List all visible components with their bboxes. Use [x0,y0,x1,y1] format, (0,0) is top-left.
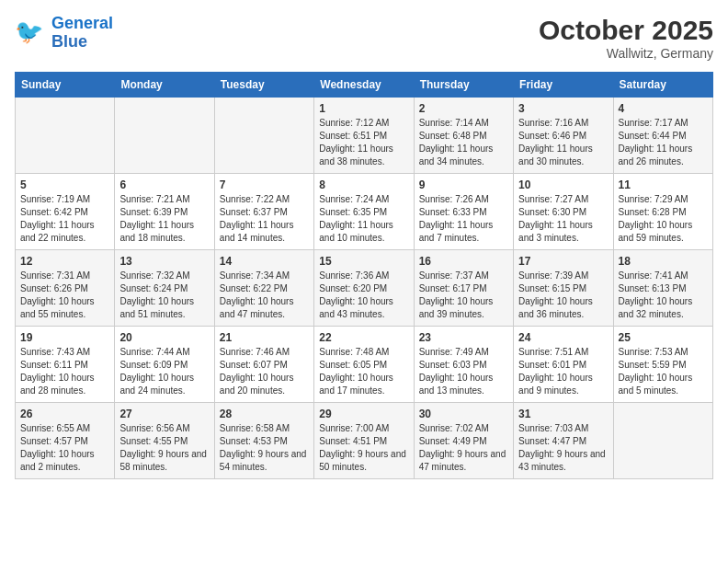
logo-text: General Blue [51,15,113,52]
day-info: Sunrise: 7:46 AM Sunset: 6:07 PM Dayligh… [220,346,309,397]
day-cell [16,98,115,174]
calendar-table: SundayMondayTuesdayWednesdayThursdayFrid… [15,72,713,479]
day-number: 21 [220,331,309,344]
day-cell: 10Sunrise: 7:27 AM Sunset: 6:30 PM Dayli… [514,174,613,250]
day-info: Sunrise: 7:29 AM Sunset: 6:28 PM Dayligh… [619,193,708,245]
day-info: Sunrise: 7:02 AM Sunset: 4:49 PM Dayligh… [419,422,508,474]
day-cell: 16Sunrise: 7:37 AM Sunset: 6:17 PM Dayli… [414,250,513,327]
day-number: 9 [419,178,508,191]
day-cell: 6Sunrise: 7:21 AM Sunset: 6:39 PM Daylig… [115,174,214,250]
day-cell: 15Sunrise: 7:36 AM Sunset: 6:20 PM Dayli… [314,250,414,327]
day-cell: 22Sunrise: 7:48 AM Sunset: 6:05 PM Dayli… [314,327,414,403]
day-info: Sunrise: 7:16 AM Sunset: 6:46 PM Dayligh… [518,117,608,168]
column-header-saturday: Saturday [613,73,712,98]
day-cell: 4Sunrise: 7:17 AM Sunset: 6:44 PM Daylig… [613,98,712,174]
day-number: 26 [20,408,109,420]
day-cell: 28Sunrise: 6:58 AM Sunset: 4:53 PM Dayli… [214,403,313,479]
day-number: 13 [119,255,209,268]
day-info: Sunrise: 7:26 AM Sunset: 6:33 PM Dayligh… [419,193,508,245]
day-cell: 18Sunrise: 7:41 AM Sunset: 6:13 PM Dayli… [613,250,712,327]
day-cell: 24Sunrise: 7:51 AM Sunset: 6:01 PM Dayli… [514,327,613,403]
day-cell: 25Sunrise: 7:53 AM Sunset: 5:59 PM Dayli… [613,327,712,403]
day-info: Sunrise: 7:51 AM Sunset: 6:01 PM Dayligh… [518,346,608,397]
day-number: 23 [419,331,508,344]
week-row-2: 5Sunrise: 7:19 AM Sunset: 6:42 PM Daylig… [16,174,713,250]
month-title: October 2025 [539,15,713,46]
column-header-thursday: Thursday [414,73,513,98]
day-info: Sunrise: 7:00 AM Sunset: 4:51 PM Dayligh… [319,422,408,474]
day-cell: 7Sunrise: 7:22 AM Sunset: 6:37 PM Daylig… [214,174,313,250]
svg-text:🐦: 🐦 [15,17,44,46]
day-number: 11 [619,178,708,191]
column-header-monday: Monday [115,73,214,98]
day-cell: 13Sunrise: 7:32 AM Sunset: 6:24 PM Dayli… [115,250,214,327]
day-number: 3 [518,102,608,115]
logo-general: General [51,14,113,32]
day-cell: 12Sunrise: 7:31 AM Sunset: 6:26 PM Dayli… [16,250,115,327]
day-info: Sunrise: 6:56 AM Sunset: 4:55 PM Dayligh… [119,422,209,474]
day-number: 20 [119,331,209,344]
day-info: Sunrise: 7:36 AM Sunset: 6:20 PM Dayligh… [319,270,408,321]
day-info: Sunrise: 7:19 AM Sunset: 6:42 PM Dayligh… [20,193,109,245]
column-header-tuesday: Tuesday [214,73,313,98]
day-cell: 14Sunrise: 7:34 AM Sunset: 6:22 PM Dayli… [214,250,313,327]
week-row-3: 12Sunrise: 7:31 AM Sunset: 6:26 PM Dayli… [16,250,713,327]
day-cell: 1Sunrise: 7:12 AM Sunset: 6:51 PM Daylig… [314,98,414,174]
column-header-wednesday: Wednesday [314,73,414,98]
day-info: Sunrise: 7:31 AM Sunset: 6:26 PM Dayligh… [20,270,109,321]
day-number: 28 [220,408,309,420]
day-number: 4 [619,102,708,115]
day-info: Sunrise: 7:32 AM Sunset: 6:24 PM Dayligh… [119,270,209,321]
column-header-friday: Friday [514,73,613,98]
day-number: 6 [119,178,209,191]
day-info: Sunrise: 6:58 AM Sunset: 4:53 PM Dayligh… [220,422,309,474]
day-info: Sunrise: 7:22 AM Sunset: 6:37 PM Dayligh… [220,193,309,245]
logo-icon: 🐦 [15,17,48,50]
logo: 🐦 General Blue [15,15,113,52]
day-info: Sunrise: 7:43 AM Sunset: 6:11 PM Dayligh… [20,346,109,397]
day-info: Sunrise: 7:34 AM Sunset: 6:22 PM Dayligh… [220,270,309,321]
day-cell: 23Sunrise: 7:49 AM Sunset: 6:03 PM Dayli… [414,327,513,403]
header-row: SundayMondayTuesdayWednesdayThursdayFrid… [16,73,713,98]
day-info: Sunrise: 7:21 AM Sunset: 6:39 PM Dayligh… [119,193,209,245]
day-number: 17 [518,255,608,268]
day-cell: 19Sunrise: 7:43 AM Sunset: 6:11 PM Dayli… [16,327,115,403]
day-info: Sunrise: 7:37 AM Sunset: 6:17 PM Dayligh… [419,270,508,321]
day-info: Sunrise: 7:14 AM Sunset: 6:48 PM Dayligh… [419,117,508,168]
day-cell [613,403,712,479]
day-cell: 17Sunrise: 7:39 AM Sunset: 6:15 PM Dayli… [514,250,613,327]
day-info: Sunrise: 7:41 AM Sunset: 6:13 PM Dayligh… [619,270,708,321]
day-info: Sunrise: 6:55 AM Sunset: 4:57 PM Dayligh… [20,422,109,474]
day-cell: 11Sunrise: 7:29 AM Sunset: 6:28 PM Dayli… [613,174,712,250]
column-header-sunday: Sunday [16,73,115,98]
day-cell [214,98,313,174]
day-cell: 20Sunrise: 7:44 AM Sunset: 6:09 PM Dayli… [115,327,214,403]
day-cell: 31Sunrise: 7:03 AM Sunset: 4:47 PM Dayli… [514,403,613,479]
day-cell: 2Sunrise: 7:14 AM Sunset: 6:48 PM Daylig… [414,98,513,174]
day-info: Sunrise: 7:24 AM Sunset: 6:35 PM Dayligh… [319,193,408,245]
day-info: Sunrise: 7:53 AM Sunset: 5:59 PM Dayligh… [619,346,708,397]
logo-blue: Blue [51,32,87,51]
day-number: 1 [319,102,408,115]
page-header: 🐦 General Blue October 2025 Wallwitz, Ge… [15,15,713,61]
day-number: 15 [319,255,408,268]
day-info: Sunrise: 7:17 AM Sunset: 6:44 PM Dayligh… [619,117,708,168]
day-cell [115,98,214,174]
day-number: 30 [419,408,508,420]
day-cell: 26Sunrise: 6:55 AM Sunset: 4:57 PM Dayli… [16,403,115,479]
day-cell: 30Sunrise: 7:02 AM Sunset: 4:49 PM Dayli… [414,403,513,479]
day-cell: 5Sunrise: 7:19 AM Sunset: 6:42 PM Daylig… [16,174,115,250]
day-number: 25 [619,331,708,344]
day-cell: 8Sunrise: 7:24 AM Sunset: 6:35 PM Daylig… [314,174,414,250]
day-number: 5 [20,178,109,191]
day-cell: 9Sunrise: 7:26 AM Sunset: 6:33 PM Daylig… [414,174,513,250]
day-info: Sunrise: 7:12 AM Sunset: 6:51 PM Dayligh… [319,117,408,168]
title-block: October 2025 Wallwitz, Germany [539,15,713,61]
day-number: 10 [518,178,608,191]
day-number: 19 [20,331,109,344]
day-info: Sunrise: 7:48 AM Sunset: 6:05 PM Dayligh… [319,346,408,397]
week-row-5: 26Sunrise: 6:55 AM Sunset: 4:57 PM Dayli… [16,403,713,479]
day-number: 8 [319,178,408,191]
day-number: 31 [518,408,608,420]
day-cell: 21Sunrise: 7:46 AM Sunset: 6:07 PM Dayli… [214,327,313,403]
